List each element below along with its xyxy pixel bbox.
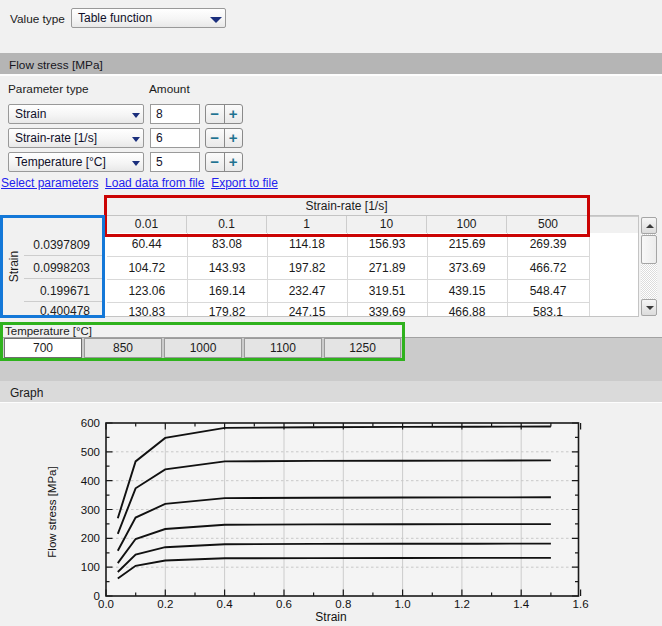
svg-text:1.0: 1.0 (395, 598, 411, 610)
svg-text:Strain: Strain (315, 610, 346, 624)
svg-text:400: 400 (81, 475, 100, 487)
svg-text:1.2: 1.2 (454, 598, 470, 610)
svg-text:0.0: 0.0 (98, 598, 114, 610)
svg-text:0.6: 0.6 (276, 598, 292, 610)
svg-text:0.8: 0.8 (335, 598, 351, 610)
svg-text:500: 500 (81, 446, 100, 458)
svg-text:0.2: 0.2 (157, 598, 173, 610)
svg-text:100: 100 (81, 561, 100, 573)
svg-text:300: 300 (81, 504, 100, 516)
svg-text:0.4: 0.4 (217, 598, 234, 610)
svg-text:600: 600 (81, 417, 100, 429)
svg-text:Flow stress [MPa]: Flow stress [MPa] (46, 466, 58, 557)
svg-text:1.6: 1.6 (573, 598, 589, 610)
svg-text:1.4: 1.4 (513, 598, 530, 610)
svg-text:200: 200 (81, 532, 100, 544)
